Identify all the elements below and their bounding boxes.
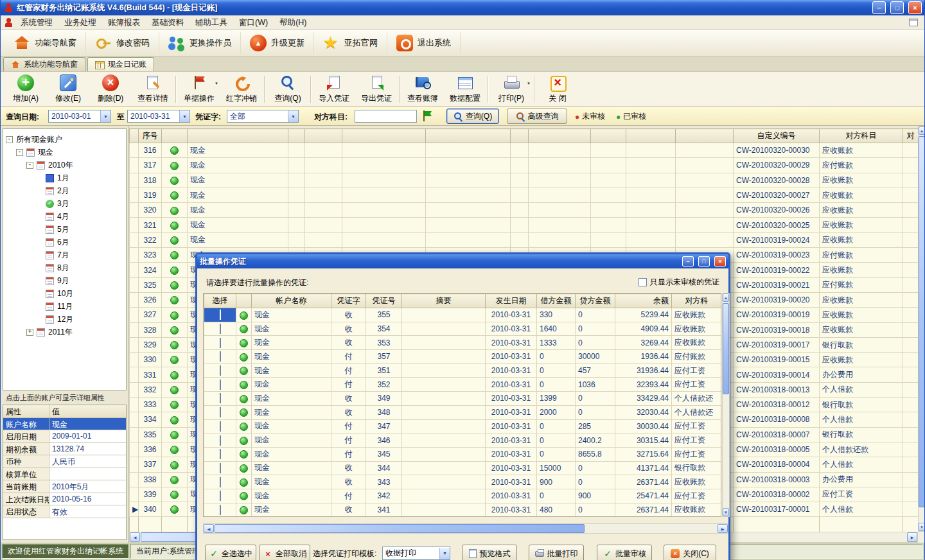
- menu-item[interactable]: 基础资料: [146, 16, 189, 29]
- close-tab-button[interactable]: 关 闭: [536, 73, 579, 105]
- date-to-dropdown-icon[interactable]: [179, 110, 189, 122]
- import-voucher-button[interactable]: 导入凭证: [313, 73, 355, 105]
- vertical-scroll-thumb[interactable]: [919, 136, 925, 507]
- window-menu-icon[interactable]: [909, 19, 918, 26]
- dialog-table-row[interactable]: 现金收3442010-03-3115000041371.44银行取款: [204, 461, 722, 475]
- row-checkbox[interactable]: [220, 324, 221, 334]
- tree-year-2010[interactable]: -2010年: [3, 159, 126, 171]
- dialog-minimize-button[interactable]: –: [682, 256, 694, 267]
- preview-format-button[interactable]: 预览格式: [462, 545, 517, 560]
- row-checkbox[interactable]: [220, 477, 221, 487]
- row-checkbox[interactable]: [220, 338, 221, 348]
- property-row[interactable]: 当前账期2010年5月: [3, 480, 126, 493]
- only-unaudited-checkbox[interactable]: 只显示未审核的凭证: [639, 277, 719, 288]
- dialog-table-row[interactable]: 现金付3522010-03-310103632393.44应付工资: [204, 378, 722, 392]
- tree-month-12[interactable]: 12月: [3, 313, 126, 326]
- select-all-button[interactable]: ✓ 全选选中: [205, 545, 256, 560]
- property-row[interactable]: 账户名称现金: [3, 418, 126, 431]
- row-checkbox[interactable]: [220, 505, 221, 515]
- date-from-input[interactable]: 2010-03-01: [48, 110, 111, 123]
- cancel-all-button[interactable]: × 全部取消: [259, 545, 310, 560]
- dialog-table-row[interactable]: 现金收3482010-03-312000032030.44个人借款还: [204, 405, 722, 419]
- dialog-table-row[interactable]: 现金付3462010-03-3102400.230315.44应付工资: [204, 433, 722, 448]
- data-config-button[interactable]: 数据配置: [444, 73, 486, 105]
- scroll-down-button[interactable]: ▼: [919, 523, 925, 531]
- scroll-up-button[interactable]: ▲: [919, 127, 925, 135]
- tree-month-8[interactable]: 8月: [3, 261, 126, 274]
- tree-year-2011[interactable]: +2011年: [3, 326, 126, 338]
- unaudited-toggle[interactable]: ● 未审核: [575, 111, 605, 122]
- voucher-ops-button[interactable]: ▼单据操作: [178, 73, 220, 105]
- dialog-table-row[interactable]: 现金付3422010-03-31090025471.44应付工资: [204, 489, 722, 503]
- audited-toggle[interactable]: ● 已审核: [616, 111, 646, 122]
- main-vertical-scrollbar[interactable]: ▲ ▼: [918, 126, 925, 532]
- property-row[interactable]: 核算单位: [3, 468, 126, 481]
- property-row[interactable]: 期初余额13128.74: [3, 443, 126, 456]
- export-voucher-button[interactable]: 导出凭证: [355, 73, 398, 105]
- view-ledger-button[interactable]: 查看账簿: [401, 73, 444, 105]
- dialog-table-row[interactable]: 现金付3472010-03-31028530030.44应付工资: [204, 419, 722, 433]
- table-row[interactable]: 320现金CW-20100320-00026应收账款: [130, 203, 919, 218]
- dialog-vertical-scroll-thumb[interactable]: [723, 303, 729, 394]
- tree-month-10[interactable]: 10月: [3, 287, 126, 300]
- collapse-icon[interactable]: -: [16, 149, 23, 156]
- change-password-button[interactable]: 修改密码: [86, 32, 159, 54]
- table-row[interactable]: 317现金CW-20100320-00029应付账款: [130, 158, 919, 173]
- dialog-horizontal-scrollbar[interactable]: ◀ ▶: [203, 523, 728, 534]
- tree-month-2[interactable]: 2月: [3, 184, 126, 197]
- tab-nav-window[interactable]: 系统功能导航窗: [3, 57, 85, 71]
- batch-print-button[interactable]: 批量打印: [529, 545, 584, 560]
- row-checkbox[interactable]: [220, 407, 221, 417]
- minimize-button[interactable]: –: [872, 1, 886, 14]
- table-row[interactable]: 319现金CW-20100320-00027应收账款: [130, 188, 919, 202]
- row-checkbox[interactable]: [220, 310, 221, 320]
- tree-month-7[interactable]: 7月: [3, 249, 126, 261]
- tree-root[interactable]: -所有现金账户: [3, 133, 126, 146]
- dialog-table-row[interactable]: 现金收3532010-03-31133303269.44应收账款: [204, 336, 722, 350]
- collapse-icon[interactable]: -: [26, 162, 33, 169]
- dropdown-arrow-icon[interactable]: ▼: [527, 82, 531, 85]
- dialog-close-button[interactable]: ×: [714, 256, 726, 267]
- row-checkbox[interactable]: [220, 351, 221, 362]
- row-checkbox[interactable]: [220, 421, 221, 432]
- dialog-table-row[interactable]: 现金收3552010-03-3133005239.44应收账款: [204, 308, 722, 322]
- close-button[interactable]: ×: [908, 1, 922, 14]
- row-checkbox[interactable]: [220, 449, 221, 459]
- menu-item[interactable]: 系统管理: [15, 16, 58, 29]
- print-template-select[interactable]: 收据打印: [382, 547, 450, 560]
- tree-month-11[interactable]: 11月: [3, 300, 126, 313]
- row-checkbox[interactable]: [220, 435, 221, 446]
- dialog-table-row[interactable]: 现金付3572010-03-310300001936.44应付账款: [204, 350, 722, 364]
- view-detail-button[interactable]: 查看详情: [132, 73, 174, 105]
- table-row[interactable]: 322现金CW-20100319-00024应收账款: [130, 232, 919, 247]
- property-row[interactable]: 上次结账日期2010-05-16: [3, 493, 126, 506]
- collapse-icon[interactable]: -: [6, 136, 13, 143]
- maximize-button[interactable]: □: [890, 1, 904, 14]
- table-row[interactable]: 321现金CW-20100320-00025应收账款: [130, 218, 919, 232]
- batch-audit-button[interactable]: ✓ 批量审核: [597, 545, 652, 560]
- dialog-table-row[interactable]: 现金付3512010-03-31045731936.44应付工资: [204, 363, 722, 378]
- advanced-query-button[interactable]: 高级查询: [507, 109, 567, 124]
- dialog-close-action-button[interactable]: × 关闭(C): [664, 545, 716, 560]
- menu-item[interactable]: 帮助(H): [274, 16, 312, 29]
- red-reversal-button[interactable]: 红字冲销: [220, 73, 263, 105]
- dialog-table-row[interactable]: 现金收3542010-03-31164004909.44应收账款: [204, 322, 722, 336]
- query-button[interactable]: 查询(Q): [446, 109, 499, 124]
- dialog-scroll-down-button[interactable]: ▼: [723, 508, 729, 516]
- dialog-horizontal-scroll-thumb[interactable]: [215, 524, 585, 533]
- voucher-type-select[interactable]: 全部: [227, 110, 299, 123]
- print-template-dropdown-icon[interactable]: [439, 548, 450, 559]
- dropdown-arrow-icon[interactable]: ▼: [215, 82, 218, 85]
- menu-item[interactable]: 业务处理: [58, 16, 102, 29]
- row-checkbox[interactable]: [220, 463, 221, 473]
- menu-item[interactable]: 窗口(W): [233, 16, 274, 29]
- dialog-scroll-right-button[interactable]: ▶: [718, 524, 728, 533]
- row-checkbox[interactable]: [220, 380, 221, 390]
- date-from-dropdown-icon[interactable]: [100, 110, 110, 122]
- expand-icon[interactable]: +: [26, 329, 33, 336]
- row-checkbox[interactable]: [220, 393, 221, 403]
- tree-month-4[interactable]: 4月: [3, 210, 126, 223]
- date-to-input[interactable]: 2010-03-31: [127, 110, 190, 123]
- delete-button[interactable]: 删除(D): [89, 73, 132, 105]
- dialog-maximize-button[interactable]: □: [698, 256, 710, 267]
